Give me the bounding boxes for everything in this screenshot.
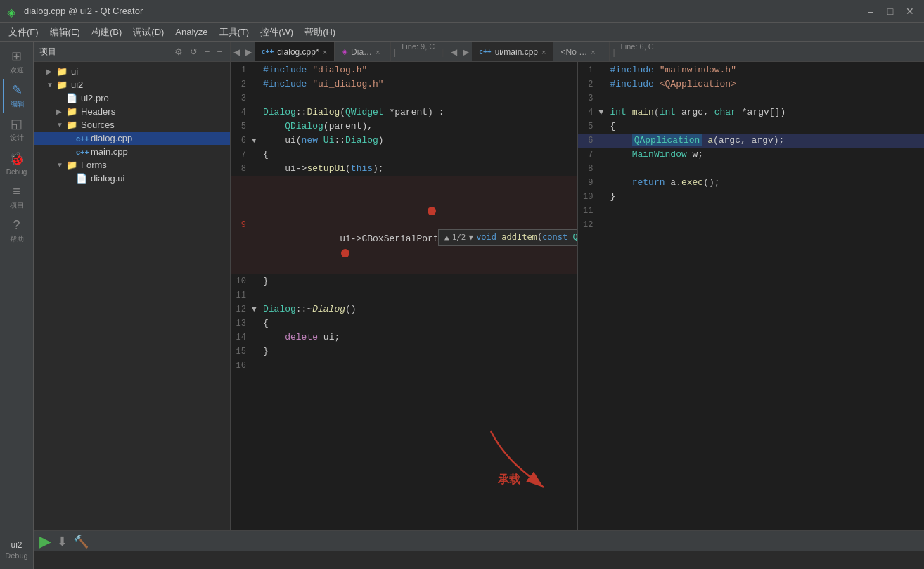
- code-line: 16: [231, 359, 577, 373]
- step-button[interactable]: ⬇: [57, 534, 68, 549]
- sources-icon: 📁: [66, 120, 79, 130]
- project-panel: 项目 ⚙ ↺ + − ▶ 📁 ui ▼ 📁 ui2: [34, 42, 231, 530]
- project-panel-title: 项目: [39, 46, 172, 58]
- tree-arrow: ▶: [56, 108, 66, 115]
- tab-prev[interactable]: ◀: [231, 42, 243, 61]
- menu-analyze[interactable]: Analyze: [169, 24, 213, 40]
- tree-label-dialog-cpp: dialog.cpp: [91, 133, 132, 143]
- tree-item-sources[interactable]: ▼ 📁 Sources: [34, 118, 230, 132]
- filter-icon[interactable]: ⚙: [172, 46, 185, 58]
- tree-arrow: ▼: [46, 81, 56, 89]
- close-button[interactable]: ✕: [903, 4, 917, 18]
- tree-label-dialog-ui: dialog.ui: [91, 173, 124, 184]
- edit-icon: ✎: [12, 82, 23, 98]
- forms-icon: 📁: [66, 160, 79, 170]
- tab-dia[interactable]: ◈ Dia… ×: [335, 42, 391, 61]
- menu-edit[interactable]: 编辑(E): [44, 23, 86, 41]
- tree-item-forms[interactable]: ▼ 📁 Forms: [34, 158, 230, 172]
- code-line: 2 #include <QApplication>: [578, 77, 925, 91]
- code-line: 14 delete ui;: [231, 331, 577, 345]
- code-line: 15 }: [231, 345, 577, 359]
- left-code-content[interactable]: 1 #include "dialog.h" 2 #include "ui_dia…: [231, 62, 577, 530]
- project-toolbar: 项目 ⚙ ↺ + −: [34, 42, 230, 62]
- sidebar-item-welcome[interactable]: ⊞ 欢迎: [3, 45, 31, 79]
- tree-label-ui: ui: [71, 66, 78, 77]
- menu-debug[interactable]: 调试(D): [127, 23, 169, 41]
- annotation-arrow: [435, 417, 575, 501]
- tree-arrow: ▶: [46, 68, 56, 75]
- code-line: 6 ▼ ui(new Ui::Dialog): [231, 134, 577, 148]
- tree-label-ui2: ui2: [71, 79, 83, 90]
- tab-close-no[interactable]: ×: [591, 48, 595, 56]
- code-line: 12: [578, 218, 925, 232]
- tab-next[interactable]: ▶: [243, 42, 255, 61]
- tree-item-dialog-ui[interactable]: 📄 dialog.ui: [34, 172, 230, 185]
- tree-item-ui2pro[interactable]: 📄 ui2.pro: [34, 91, 230, 105]
- tab-close-main-cpp[interactable]: ×: [541, 48, 546, 56]
- sidebar-label-project: 项目: [10, 200, 24, 210]
- sidebar-item-help[interactable]: ? 帮助: [3, 214, 31, 248]
- sidebar-label-debug: Debug: [6, 168, 27, 176]
- collapse-icon[interactable]: −: [214, 46, 224, 58]
- hammer-button[interactable]: 🔨: [73, 534, 89, 549]
- tree-item-headers[interactable]: ▶ 📁 Headers: [34, 105, 230, 118]
- tab-main-cpp[interactable]: c++ ui/main.cpp ×: [472, 42, 553, 61]
- code-line: 5 QDialog(parent),: [231, 120, 577, 134]
- popup-down-arrow[interactable]: ▼: [469, 233, 474, 242]
- code-line: 12 ▼ Dialog::~Dialog(): [231, 302, 577, 317]
- tree-item-ui[interactable]: ▶ 📁 ui: [34, 65, 230, 78]
- tab-icon: c++: [262, 48, 274, 56]
- code-line: 6 QApplication a(argc, argv);: [578, 134, 925, 148]
- project-tree: ▶ 📁 ui ▼ 📁 ui2 📄 ui2.pro ▶ 📁 Headers: [34, 62, 230, 530]
- menu-build[interactable]: 构建(B): [86, 23, 127, 41]
- cpp-icon2: c++: [76, 148, 89, 156]
- code-panes: 1 #include "dialog.h" 2 #include "ui_dia…: [231, 62, 924, 530]
- menu-controls[interactable]: 控件(W): [255, 23, 299, 41]
- tree-label-main-cpp: main.cpp: [91, 146, 128, 157]
- menu-file[interactable]: 文件(F): [3, 23, 44, 41]
- tab-lineinfo-left: Line: 9, C: [399, 42, 437, 61]
- menu-bar: 文件(F) 编辑(E) 构建(B) 调试(D) Analyze 工具(T) 控件…: [0, 23, 924, 42]
- tab-label-dialog-cpp: dialog.cpp*: [277, 47, 319, 57]
- tabs-bar: ◀ ▶ c++ dialog.cpp* × ◈ Dia… × | Line: 9…: [231, 42, 924, 62]
- tree-label-ui2pro: ui2.pro: [81, 93, 109, 103]
- menu-help[interactable]: 帮助(H): [299, 23, 341, 41]
- project-icon: ≡: [13, 184, 20, 199]
- code-line: 5 {: [578, 120, 925, 134]
- tab-lineinfo-right: Line: 6, C: [618, 42, 657, 61]
- app-icon: ◈: [7, 6, 18, 17]
- tab-label-dia: Dia…: [351, 47, 372, 57]
- close-panel-icon[interactable]: +: [203, 46, 212, 58]
- sync-icon[interactable]: ↺: [188, 46, 200, 58]
- tab-close-dialog-cpp[interactable]: ×: [323, 48, 327, 56]
- tab-prev-right[interactable]: ◀: [448, 42, 460, 61]
- sidebar-label-edit: 编辑: [11, 99, 25, 109]
- maximize-button[interactable]: □: [883, 4, 897, 18]
- tab-next-right[interactable]: ▶: [460, 42, 472, 61]
- tab-label-no: <No …: [560, 47, 587, 57]
- code-line: 3: [578, 91, 925, 106]
- tab-dialog-cpp[interactable]: c++ dialog.cpp* ×: [255, 42, 335, 61]
- sidebar-item-debug[interactable]: 🐞 Debug: [3, 146, 31, 180]
- sidebar-item-edit[interactable]: ✎ 编辑: [3, 79, 31, 113]
- menu-tools[interactable]: 工具(T): [214, 23, 255, 41]
- tree-item-ui2[interactable]: ▼ 📁 ui2: [34, 78, 230, 91]
- tree-item-dialog-cpp[interactable]: c++ dialog.cpp: [34, 132, 230, 145]
- tab-label-main-cpp: ui/main.cpp: [495, 47, 538, 57]
- run-button[interactable]: ▶: [39, 532, 51, 551]
- folder-icon: 📁: [56, 66, 69, 77]
- sidebar-item-project[interactable]: ≡ 项目: [3, 180, 31, 214]
- minimize-button[interactable]: –: [864, 4, 878, 18]
- right-code-content[interactable]: 1 #include "mainwindow.h" 2 #include <QA…: [578, 62, 925, 530]
- tab-close-dia[interactable]: ×: [376, 48, 380, 56]
- code-line: 8: [578, 162, 925, 176]
- popup-signature: void addItem(const QString &atext, const…: [476, 232, 577, 242]
- popup-up-arrow[interactable]: ▲: [444, 233, 449, 242]
- tab-icon2: ◈: [342, 47, 347, 56]
- debug-label: Debug: [5, 551, 27, 560]
- sidebar-label-help: 帮助: [10, 234, 24, 244]
- tab-no[interactable]: <No … ×: [553, 42, 610, 61]
- sidebar-item-design[interactable]: ◱ 设计: [3, 113, 31, 146]
- code-line: 7 MainWindow w;: [578, 148, 925, 162]
- tree-item-main-cpp[interactable]: c++ main.cpp: [34, 145, 230, 158]
